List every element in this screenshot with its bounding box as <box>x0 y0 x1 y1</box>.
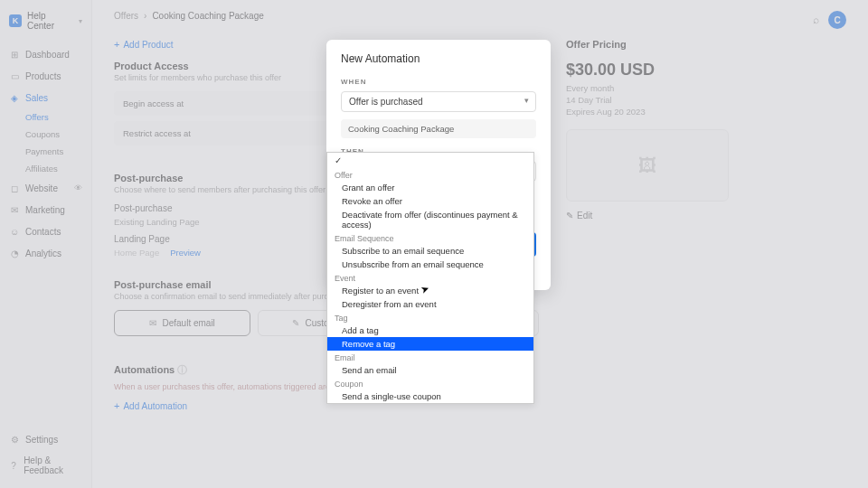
opt-add-tag[interactable]: Add a tag <box>327 324 533 337</box>
opt-deregister-event[interactable]: Deregister from an event <box>327 297 533 311</box>
group-email-sequence: Email Sequence <box>327 231 533 244</box>
opt-deactivate-offer[interactable]: Deactivate from offer (discontinues paym… <box>327 208 533 231</box>
opt-send-email[interactable]: Send an email <box>327 363 533 377</box>
opt-grant-offer[interactable]: Grant an offer <box>327 181 533 194</box>
modal-title: New Automation <box>341 52 536 65</box>
group-offer: Offer <box>327 168 533 181</box>
when-context: Cooking Coaching Package <box>341 119 536 138</box>
when-select[interactable]: Offer is purchased <box>341 91 536 112</box>
group-email: Email <box>327 351 533 363</box>
opt-send-coupon[interactable]: Send a single-use coupon <box>327 389 533 403</box>
group-tag: Tag <box>327 311 533 324</box>
opt-revoke-offer[interactable]: Revoke an offer <box>327 194 533 208</box>
opt-subscribe-seq[interactable]: Subscribe to an email sequence <box>327 244 533 258</box>
group-coupon: Coupon <box>327 377 533 389</box>
opt-unsubscribe-seq[interactable]: Unsubscribe from an email sequence <box>327 258 533 271</box>
when-label: WHEN <box>341 78 536 86</box>
group-event: Event <box>327 271 533 284</box>
dropdown-check-icon: ✓ <box>327 153 533 168</box>
then-action-dropdown[interactable]: ✓ Offer Grant an offer Revoke an offer D… <box>326 152 534 404</box>
opt-remove-tag[interactable]: Remove a tag <box>327 337 533 351</box>
